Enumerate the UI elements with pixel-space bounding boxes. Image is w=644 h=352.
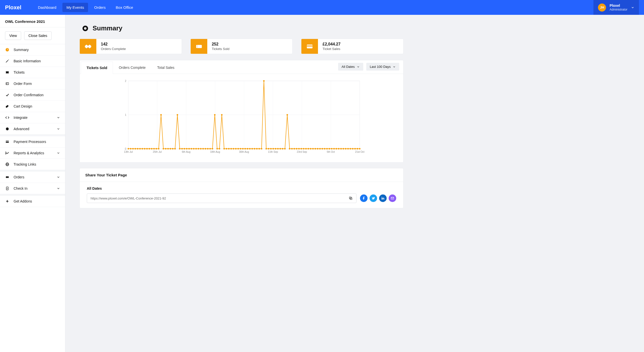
svg-point-52 <box>149 148 150 149</box>
dashboard-icon <box>5 47 10 52</box>
date-filter[interactable]: All Dates <box>338 63 363 71</box>
svg-point-134 <box>340 148 342 149</box>
svg-point-119 <box>305 148 307 149</box>
sidebar-item-label: Basic Information <box>14 59 41 63</box>
social-share <box>360 194 396 202</box>
sidebar-item-check-in[interactable]: Check In <box>0 183 65 194</box>
ticket-url-text: https://www.ploxel.com/e/OWL-Conference-… <box>91 196 166 200</box>
svg-text:6th Aug: 6th Aug <box>182 150 190 153</box>
sidebar-item-orders[interactable]: Orders <box>0 172 65 183</box>
sidebar-item-advanced[interactable]: Advanced <box>0 123 65 135</box>
svg-point-95 <box>249 148 251 149</box>
ticket-url-input[interactable]: https://www.ploxel.com/e/OWL-Conference-… <box>87 193 356 203</box>
svg-point-108 <box>279 148 281 149</box>
svg-point-86 <box>228 148 230 149</box>
svg-point-141 <box>357 148 358 149</box>
user-info: Ploxel Administrator <box>610 4 627 11</box>
stat-label: Ticket Sales <box>323 47 340 51</box>
sidebar-item-payment-processors[interactable]: Payment Processors <box>0 136 65 147</box>
share-panel: Share Your Ticket Page All Dates https:/… <box>79 168 404 208</box>
sidebar-item-basic-information[interactable]: Basic Information <box>0 56 65 67</box>
primary-nav: DashboardMy EventsOrdersBox Office <box>34 3 137 12</box>
sidebar-item-cart-design[interactable]: Cart Design <box>0 101 65 112</box>
checkin-icon <box>5 186 10 191</box>
page-header: Summary <box>79 22 404 39</box>
user-menu[interactable]: JH Ploxel Administrator <box>593 0 639 15</box>
sidebar-item-reports-analytics[interactable]: Reports & Analytics <box>0 147 65 159</box>
svg-point-120 <box>308 148 309 149</box>
svg-point-92 <box>242 148 244 149</box>
stat-card-ticket-sales: £2,044.27Ticket Sales <box>301 39 404 54</box>
copy-icon[interactable] <box>349 196 353 200</box>
svg-text:23rd Sep: 23rd Sep <box>297 150 307 153</box>
close-sales-button[interactable]: Close Sales <box>24 31 52 40</box>
svg-text:1: 1 <box>125 114 126 116</box>
nav-item-orders[interactable]: Orders <box>90 3 110 12</box>
sidebar-item-get-addons[interactable]: Get Addons <box>0 196 65 207</box>
pencil-icon <box>5 59 10 63</box>
chart-panel: Tickets SoldOrders CompleteTotal Sales A… <box>79 60 404 163</box>
range-filter[interactable]: Last 100 Days <box>366 63 399 71</box>
form-icon <box>5 81 10 86</box>
chart-tab-orders-complete[interactable]: Orders Complete <box>113 61 151 74</box>
svg-point-115 <box>296 148 297 149</box>
svg-point-116 <box>298 148 300 149</box>
svg-point-75 <box>202 148 204 149</box>
svg-point-47 <box>137 148 138 149</box>
svg-point-57 <box>160 114 162 116</box>
sidebar-item-order-form[interactable]: Order Form <box>0 78 65 89</box>
svg-point-60 <box>167 148 169 149</box>
stat-label: Orders Complete <box>101 47 126 51</box>
plus-icon <box>5 199 10 204</box>
email-share-button[interactable] <box>389 194 396 202</box>
chart-tab-total-sales[interactable]: Total Sales <box>151 61 180 74</box>
event-title: OWL Conference 2021 <box>0 15 65 27</box>
stat-value: 252 <box>212 42 229 46</box>
chart-filters: All Dates Last 100 Days <box>338 63 401 72</box>
svg-point-73 <box>198 148 199 149</box>
sidebar-item-label: Summary <box>14 48 29 52</box>
sidebar-item-summary[interactable]: Summary <box>0 44 65 56</box>
svg-point-93 <box>245 148 246 149</box>
svg-rect-14 <box>196 45 202 48</box>
svg-point-118 <box>303 148 304 149</box>
twitter-share-button[interactable] <box>370 194 377 202</box>
sidebar-item-label: Order Form <box>14 82 32 86</box>
svg-point-58 <box>163 148 164 149</box>
svg-point-64 <box>177 114 178 116</box>
svg-point-109 <box>282 148 283 149</box>
nav-item-box-office[interactable]: Box Office <box>112 3 137 12</box>
sidebar-item-integrate[interactable]: Integrate <box>0 112 65 123</box>
sidebar-item-tracking-links[interactable]: Tracking Links <box>0 159 65 170</box>
brand-logo[interactable]: Ploxel <box>5 4 21 11</box>
svg-point-97 <box>254 148 255 149</box>
stat-value: 142 <box>101 42 126 46</box>
ticket-icon <box>191 39 207 54</box>
sidebar-item-order-confirmation[interactable]: Order Confirmation <box>0 89 65 101</box>
svg-text:25th Jul: 25th Jul <box>153 150 162 153</box>
svg-point-124 <box>317 148 318 149</box>
svg-point-74 <box>200 148 202 149</box>
sidebar-item-label: Tracking Links <box>14 162 36 166</box>
svg-point-133 <box>338 148 339 149</box>
linkedin-share-button[interactable] <box>379 194 387 202</box>
card-icon <box>301 39 318 54</box>
sidebar-list: SummaryBasic InformationTicketsOrder For… <box>0 44 65 207</box>
svg-text:11th Sep: 11th Sep <box>268 150 278 153</box>
svg-point-76 <box>205 148 206 149</box>
sidebar-item-label: Orders <box>14 175 24 179</box>
chart-tab-tickets-sold[interactable]: Tickets Sold <box>81 62 113 74</box>
nav-item-my-events[interactable]: My Events <box>62 3 88 12</box>
svg-point-65 <box>179 148 180 149</box>
topbar: Ploxel DashboardMy EventsOrdersBox Offic… <box>0 0 644 15</box>
svg-point-100 <box>261 148 262 149</box>
chevron-down-icon <box>631 6 634 9</box>
sidebar-item-label: Integrate <box>14 116 27 120</box>
facebook-share-button[interactable] <box>360 194 368 202</box>
svg-point-84 <box>223 148 225 149</box>
view-button[interactable]: View <box>5 31 21 40</box>
svg-point-63 <box>174 148 176 149</box>
sidebar-item-tickets[interactable]: Tickets <box>0 67 65 78</box>
svg-point-90 <box>237 148 239 149</box>
nav-item-dashboard[interactable]: Dashboard <box>34 3 60 12</box>
